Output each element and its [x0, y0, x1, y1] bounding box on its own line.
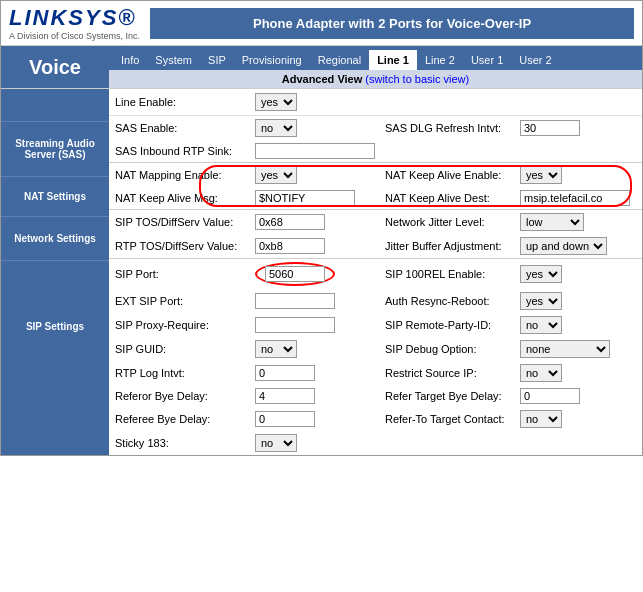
jitter-buf-select[interactable]: up and down up down off — [520, 237, 607, 255]
ext-sip-port-label: EXT SIP Port: — [115, 295, 255, 307]
jitter-select[interactable]: low medium high — [520, 213, 584, 231]
sidebar-section-nat: NAT Settings — [1, 176, 109, 216]
rtp-tos-label: RTP TOS/DiffServ Value: — [115, 240, 255, 252]
tab-user1[interactable]: User 1 — [463, 50, 511, 70]
jitter-buf-label: Jitter Buffer Adjustment: — [375, 240, 520, 252]
referee-bye-input[interactable] — [255, 411, 315, 427]
refer-to-target-select[interactable]: no yes — [520, 410, 562, 428]
sas-dlg-refresh-label: SAS DLG Refresh Intvt: — [375, 122, 520, 134]
sip-debug-label: SIP Debug Option: — [375, 343, 520, 355]
auth-reboot-select[interactable]: yes no — [520, 292, 562, 310]
nat-keep-alive-msg-input[interactable] — [255, 190, 355, 206]
sas-inbound-input[interactable] — [255, 143, 375, 159]
tab-line1[interactable]: Line 1 — [369, 50, 417, 70]
sip-debug-select[interactable]: none brief verbose — [520, 340, 610, 358]
rtp-log-label: RTP Log Intvt: — [115, 367, 255, 379]
nat-keep-alive-enable-label: NAT Keep Alive Enable: — [375, 169, 520, 181]
refer-target-bye-input[interactable] — [520, 388, 580, 404]
nav-tabs: Info System SIP Provisioning Regional Li… — [109, 46, 642, 70]
nat-keep-alive-msg-label: NAT Keep Alive Msg: — [115, 192, 255, 204]
line-enable-value: yes no — [255, 93, 636, 111]
tab-regional[interactable]: Regional — [310, 50, 369, 70]
referor-bye-input[interactable] — [255, 388, 315, 404]
sip-tos-label: SIP TOS/DiffServ Value: — [115, 216, 255, 228]
sip-port-input[interactable] — [265, 266, 325, 282]
line-enable-label: Line Enable: — [115, 96, 255, 108]
advanced-view-bar: Advanced View (switch to basic view) — [109, 70, 642, 88]
rtp-tos-input[interactable] — [255, 238, 325, 254]
tab-provisioning[interactable]: Provisioning — [234, 50, 310, 70]
nat-mapping-label: NAT Mapping Enable: — [115, 169, 255, 181]
referor-bye-label: Referor Bye Delay: — [115, 390, 255, 402]
rtp-log-input[interactable] — [255, 365, 315, 381]
auth-reboot-label: Auth Resync-Reboot: — [375, 295, 520, 307]
tab-sip[interactable]: SIP — [200, 50, 234, 70]
nat-keep-alive-enable-select[interactable]: yes no — [520, 166, 562, 184]
nat-keep-alive-dest-input[interactable] — [520, 190, 630, 206]
page-title: Phone Adapter with 2 Ports for Voice-Ove… — [150, 8, 634, 39]
switch-view-link[interactable]: (switch to basic view) — [365, 73, 469, 85]
sas-enable-label: SAS Enable: — [115, 122, 255, 134]
linksys-logo: LINKSYS® — [9, 5, 140, 31]
sip-proxy-req-label: SIP Proxy-Require: — [115, 319, 255, 331]
sip-tos-input[interactable] — [255, 214, 325, 230]
sip-guid-select[interactable]: no yes — [255, 340, 297, 358]
refer-to-target-label: Refer-To Target Contact: — [375, 413, 520, 425]
sip-guid-label: SIP GUID: — [115, 343, 255, 355]
sidebar-section-sas: Streaming AudioServer (SAS) — [1, 121, 109, 176]
remote-party-select[interactable]: no yes — [520, 316, 562, 334]
remote-party-label: SIP Remote-Party-ID: — [375, 319, 520, 331]
sidebar-section-sip: SIP Settings — [1, 260, 109, 392]
tab-info[interactable]: Info — [113, 50, 147, 70]
sticky183-label: Sticky 183: — [115, 437, 255, 449]
ext-sip-port-input[interactable] — [255, 293, 335, 309]
sas-enable-select[interactable]: no yes — [255, 119, 297, 137]
sip-100rel-select[interactable]: yes no — [520, 265, 562, 283]
sidebar-voice-label: Voice — [21, 48, 89, 87]
sip-port-label: SIP Port: — [115, 268, 255, 280]
sas-dlg-refresh-input[interactable] — [520, 120, 580, 136]
advanced-view-label: Advanced View — [282, 73, 363, 85]
sip-100rel-label: SIP 100REL Enable: — [375, 268, 520, 280]
restrict-ip-select[interactable]: no yes — [520, 364, 562, 382]
sip-proxy-req-input[interactable] — [255, 317, 335, 333]
sticky183-select[interactable]: no yes — [255, 434, 297, 452]
tab-line2[interactable]: Line 2 — [417, 50, 463, 70]
cisco-subtitle: A Division of Cisco Systems, Inc. — [9, 31, 140, 41]
line-enable-select[interactable]: yes no — [255, 93, 297, 111]
sidebar-section-network: Network Settings — [1, 216, 109, 260]
nat-mapping-select[interactable]: yes no — [255, 166, 297, 184]
tab-system[interactable]: System — [147, 50, 200, 70]
sas-inbound-label: SAS Inbound RTP Sink: — [115, 145, 255, 157]
restrict-ip-label: Restrict Source IP: — [375, 367, 520, 379]
jitter-label: Network Jitter Level: — [375, 216, 520, 228]
tab-user2[interactable]: User 2 — [511, 50, 559, 70]
refer-target-bye-label: Refer Target Bye Delay: — [375, 390, 520, 402]
nat-keep-alive-dest-label: NAT Keep Alive Dest: — [375, 192, 520, 204]
referee-bye-label: Referee Bye Delay: — [115, 413, 255, 425]
